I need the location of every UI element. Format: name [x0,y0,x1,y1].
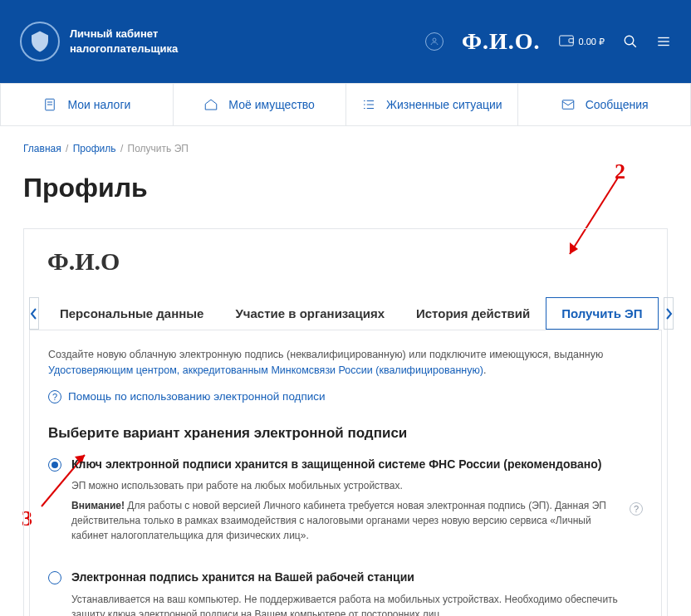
nav-messages[interactable]: Сообщения [518,84,690,125]
intro-link[interactable]: Удостоверяющим центром, аккредитованным … [48,364,483,376]
nav-label: Сообщения [586,98,649,111]
main-nav: Мои налоги Моё имущество Жизненные ситуа… [0,83,691,126]
menu-icon[interactable] [656,34,671,49]
breadcrumb-current: Получить ЭП [128,143,189,154]
option-title: Электронная подпись хранится на Вашей ра… [71,570,620,585]
breadcrumb-link[interactable]: Профиль [73,143,116,154]
wallet-button[interactable]: 0.00 ₽ [559,35,605,48]
nav-taxes[interactable]: Мои налоги [1,84,174,125]
mail-icon [561,97,576,112]
site-title: Личный кабинет налогоплательщика [70,27,178,56]
card-fio: Ф.И.О [47,247,644,276]
search-icon[interactable] [623,34,638,49]
tab-panel: Создайте новую облачную электронную подп… [29,330,662,616]
option-desc: ЭП можно использовать при работе на любы… [71,478,620,493]
header-fio: Ф.И.О. [462,28,541,55]
radio-option-2[interactable] [48,571,61,584]
nav-situations[interactable]: Жизненные ситуации [346,84,519,125]
nav-label: Мои налоги [67,98,130,111]
tabs-scroll-left[interactable] [29,297,39,330]
tabs-scroll-right[interactable] [664,297,674,330]
option-warning: Внимание! Для работы с новой версией Лич… [71,498,620,543]
nav-label: Жизненные ситуации [386,98,502,111]
breadcrumb-link[interactable]: Главная [23,143,61,154]
svg-rect-7 [559,36,573,46]
svg-point-9 [625,36,634,45]
help-link[interactable]: Помощь по использованию электронной подп… [68,390,326,403]
tab-history[interactable]: История действий [400,297,546,330]
header: Личный кабинет налогоплательщика Ф.И.О. … [0,0,691,83]
radio-option-1[interactable] [48,458,61,472]
tab-get-ep[interactable]: Получить ЭП [546,297,658,330]
option-help-icon[interactable]: ? [630,502,643,516]
tab-orgs[interactable]: Участие в организациях [219,297,400,330]
logo[interactable]: Личный кабинет налогоплательщика [20,22,178,61]
wallet-icon [559,35,574,48]
intro-text: Создайте новую облачную электронную подп… [48,347,643,379]
list-icon [361,97,376,112]
tab-personal[interactable]: Персональные данные [44,297,219,330]
svg-point-6 [433,38,436,42]
nav-label: Моё имущество [228,98,315,111]
property-icon [203,97,218,112]
storage-option: Ключ электронной подписи хранится в защи… [48,457,643,549]
option-title: Ключ электронной подписи хранится в защи… [71,457,620,472]
wallet-amount: 0.00 ₽ [579,37,605,47]
breadcrumb: Главная / Профиль / Получить ЭП [23,143,668,154]
question-icon: ? [48,390,61,403]
profile-card: Ф.И.О Персональные данные Участие в орга… [23,228,668,616]
nav-property[interactable]: Моё имущество [174,84,346,125]
svg-rect-23 [562,100,574,110]
option-desc: Устанавливается на ваш компьютер. Не под… [71,592,620,616]
avatar-icon[interactable] [425,32,444,51]
profile-tabs: Персональные данные Участие в организаци… [44,297,659,330]
document-icon [42,97,57,112]
emblem-icon [20,22,60,61]
svg-line-10 [632,43,636,47]
section-heading: Выберите вариант хранения электронной по… [48,425,643,442]
storage-option: Электронная подпись хранится на Вашей ра… [48,570,643,616]
